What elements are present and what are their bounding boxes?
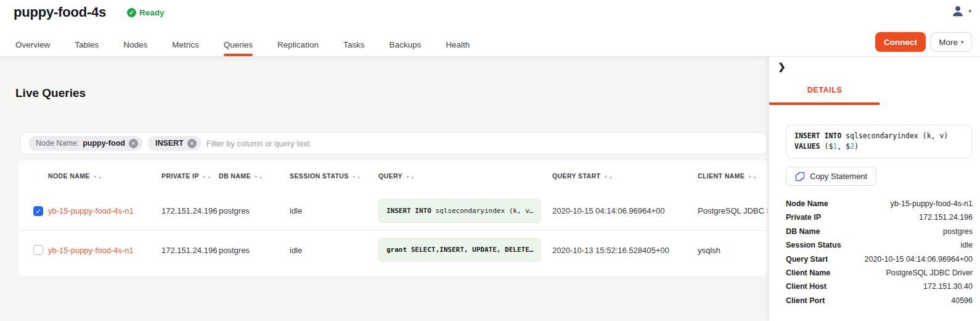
caret-down-icon: ▾ bbox=[961, 39, 964, 45]
column-header-node-name[interactable]: NODE NAME▼▲ bbox=[48, 172, 161, 180]
filter-chip-insert: INSERT ✕ bbox=[148, 136, 201, 151]
tab-replication[interactable]: Replication bbox=[277, 33, 319, 56]
sql-text: ($ bbox=[820, 142, 833, 151]
sort-icon[interactable]: ▼▲ bbox=[603, 175, 613, 179]
tab-health[interactable]: Health bbox=[446, 33, 470, 56]
sort-icon[interactable]: ▼▲ bbox=[202, 175, 212, 179]
tab-queries[interactable]: Queries bbox=[224, 33, 253, 56]
detail-row-session-status: Session Status idle bbox=[786, 241, 973, 254]
detail-value: 172.151.24.196 bbox=[919, 213, 973, 222]
remove-filter-icon[interactable]: ✕ bbox=[187, 139, 197, 148]
sql-keyword: INSERT INTO bbox=[794, 131, 841, 140]
query-start-cell: 2020-10-15 04:14:06.96964+00 bbox=[546, 206, 692, 215]
sql-statement-box: INSERT INTO sqlsecondaryindex (k, v) VAL… bbox=[786, 125, 972, 159]
more-button[interactable]: More ▾ bbox=[931, 32, 972, 52]
column-header-private-ip[interactable]: PRIVATE IP▼▲ bbox=[161, 172, 219, 180]
query-filter-bar[interactable]: Node Name: puppy-food ✕ INSERT ✕ bbox=[20, 132, 767, 154]
connect-button[interactable]: Connect bbox=[875, 32, 926, 52]
node-name-link[interactable]: yb-15-puppy-food-4s-n1 bbox=[48, 206, 134, 215]
column-header-label: PRIVATE IP bbox=[161, 172, 199, 180]
copy-icon bbox=[795, 172, 805, 181]
column-header-session-status[interactable]: SESSION STATUS▼▲ bbox=[290, 172, 372, 180]
sql-text: ) bbox=[854, 142, 859, 151]
private-ip-cell: 172.151.24.196 bbox=[161, 206, 219, 215]
column-header-label: DB NAME bbox=[219, 172, 251, 180]
live-queries-table: NODE NAME▼▲ PRIVATE IP▼▲ DB NAME▼▲ SESSI… bbox=[18, 160, 767, 277]
filter-input[interactable] bbox=[206, 139, 759, 148]
detail-value: 172.151.30.40 bbox=[923, 282, 973, 291]
copy-statement-label: Copy Statement bbox=[810, 172, 867, 181]
sort-icon[interactable]: ▼▲ bbox=[254, 175, 264, 179]
tab-details[interactable]: DETAILS bbox=[769, 86, 880, 94]
column-header-query[interactable]: QUERY▼▲ bbox=[372, 172, 546, 180]
table-header-row: NODE NAME▼▲ PRIVATE IP▼▲ DB NAME▼▲ SESSI… bbox=[18, 160, 767, 191]
query-statement-pill[interactable]: INSERT INTO sqlsecondaryindex (k, v… bbox=[378, 199, 541, 223]
detail-value: yb-15-puppy-food-4s-n1 bbox=[891, 199, 973, 208]
column-header-label: CLIENT NAME bbox=[698, 172, 745, 180]
detail-value: postgres bbox=[943, 227, 973, 236]
table-row[interactable]: ✓ yb-15-puppy-food-4s-n1 172.151.24.196 … bbox=[18, 191, 767, 230]
private-ip-cell: 172.151.24.196 bbox=[161, 246, 219, 255]
user-menu[interactable]: ▾ bbox=[951, 4, 971, 18]
detail-value: idle bbox=[961, 241, 973, 249]
status-label: Ready bbox=[139, 8, 165, 17]
app-header: puppy-food-4s ✓ Ready ▾ Overview Tables … bbox=[0, 0, 980, 57]
query-keyword: grant SELECT,INSERT, UPDATE, DELETE… bbox=[386, 246, 533, 254]
query-start-cell: 2020-10-13 15:52:16.528405+00 bbox=[546, 246, 692, 255]
sort-icon[interactable]: ▼▲ bbox=[406, 175, 415, 179]
db-name-cell: postgres bbox=[219, 206, 290, 215]
detail-row-client-port: Client Port 40596 bbox=[786, 296, 973, 310]
filter-chip-value: puppy-food bbox=[83, 139, 125, 148]
detail-label: Client Port bbox=[786, 296, 825, 305]
client-name-cell: ysqlsh bbox=[692, 246, 767, 255]
sql-keyword: VALUES bbox=[794, 142, 820, 151]
detail-value: 40596 bbox=[951, 296, 973, 305]
tab-tables[interactable]: Tables bbox=[75, 33, 99, 56]
column-header-client-name[interactable]: CLIENT NAME▼▲ bbox=[692, 172, 767, 180]
query-statement-pill[interactable]: grant SELECT,INSERT, UPDATE, DELETE… bbox=[378, 238, 541, 262]
remove-filter-icon[interactable]: ✕ bbox=[129, 139, 138, 148]
sql-param-number: 2 bbox=[850, 142, 854, 151]
cluster-title: puppy-food-4s bbox=[14, 4, 106, 20]
details-tab-underline bbox=[769, 102, 880, 105]
detail-label: Client Name bbox=[786, 269, 830, 277]
copy-statement-button[interactable]: Copy Statement bbox=[786, 167, 876, 186]
detail-row-query-start: Query Start 2020-10-15 04:14:06.96964+00 bbox=[786, 255, 973, 269]
more-button-label: More bbox=[939, 38, 958, 47]
query-text: sqlsecondaryindex (k, v… bbox=[431, 207, 534, 215]
detail-value: PostgreSQL JDBC Driver bbox=[886, 269, 973, 277]
table-row[interactable]: yb-15-puppy-food-4s-n1 172.151.24.196 po… bbox=[18, 230, 767, 269]
sql-text: sqlsecondaryindex (k, v) bbox=[841, 131, 948, 140]
detail-row-node-name: Node Name yb-15-puppy-food-4s-n1 bbox=[786, 199, 973, 213]
detail-row-private-ip: Private IP 172.151.24.196 bbox=[786, 213, 973, 227]
detail-value: 2020-10-15 04:14:06.96964+00 bbox=[864, 255, 973, 264]
column-header-label: QUERY bbox=[378, 172, 402, 180]
tab-tasks[interactable]: Tasks bbox=[343, 33, 365, 56]
sql-text: , $ bbox=[837, 142, 850, 151]
detail-row-client-host: Client Host 172.151.30.40 bbox=[786, 282, 973, 296]
collapse-panel-icon[interactable]: ❯ bbox=[778, 61, 786, 72]
tab-overview[interactable]: Overview bbox=[15, 33, 50, 56]
detail-label: Private IP bbox=[786, 213, 821, 222]
tab-backups[interactable]: Backups bbox=[389, 33, 421, 56]
tab-nodes[interactable]: Nodes bbox=[123, 33, 147, 56]
status-badge: ✓ Ready bbox=[127, 8, 165, 17]
row-checkbox[interactable] bbox=[33, 245, 43, 255]
tab-bar: Overview Tables Nodes Metrics Queries Re… bbox=[15, 33, 470, 56]
sort-icon[interactable]: ▼▲ bbox=[352, 175, 362, 179]
detail-row-db-name: DB Name postgres bbox=[786, 227, 973, 241]
sort-icon[interactable]: ▼▲ bbox=[93, 175, 103, 179]
details-panel: ❯ DETAILS INSERT INTO sqlsecondaryindex … bbox=[769, 57, 980, 321]
column-header-db-name[interactable]: DB NAME▼▲ bbox=[219, 172, 290, 180]
row-checkbox[interactable]: ✓ bbox=[33, 206, 43, 216]
sort-icon[interactable]: ▼▲ bbox=[748, 175, 757, 179]
tab-metrics[interactable]: Metrics bbox=[172, 33, 199, 56]
detail-label: Node Name bbox=[786, 199, 828, 208]
detail-label: Client Host bbox=[786, 282, 827, 291]
sql-line: VALUES ($1, $2) bbox=[794, 141, 963, 152]
session-status-cell: idle bbox=[290, 206, 372, 215]
column-header-query-start[interactable]: QUERY START▼▲ bbox=[546, 172, 692, 180]
node-name-link[interactable]: yb-15-puppy-food-4s-n1 bbox=[48, 246, 134, 255]
column-header-label: SESSION STATUS bbox=[290, 172, 349, 180]
detail-label: Session Status bbox=[786, 241, 841, 249]
